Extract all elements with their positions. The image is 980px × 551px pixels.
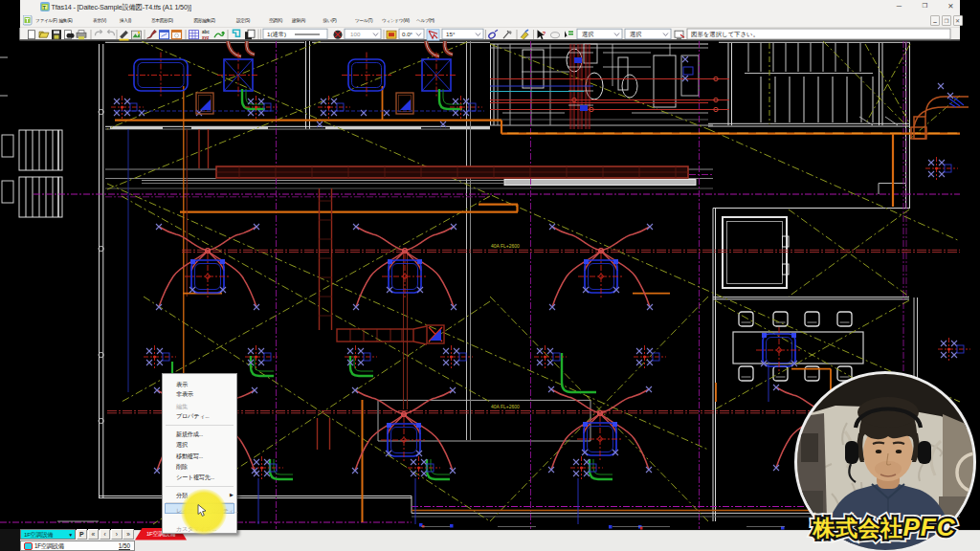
svg-text:40A FL+2600: 40A FL+2600 bbox=[491, 243, 520, 249]
svg-text:1(通常): 1(通常) bbox=[267, 31, 286, 37]
svg-text:15°: 15° bbox=[446, 31, 456, 37]
svg-text:選択: 選択 bbox=[582, 31, 593, 37]
svg-text:100: 100 bbox=[350, 31, 361, 37]
svg-text:abc: abc bbox=[202, 30, 210, 34]
svg-text:40A FL+2600: 40A FL+2600 bbox=[491, 404, 520, 409]
svg-text:0.0°: 0.0° bbox=[402, 31, 413, 37]
svg-text:選択: 選択 bbox=[630, 31, 641, 37]
svg-text:?: ? bbox=[543, 31, 546, 36]
svg-text:図形を選択して下さい。: 図形を選択して下さい。 bbox=[691, 31, 759, 38]
svg-text:xyz: xyz bbox=[202, 34, 210, 39]
